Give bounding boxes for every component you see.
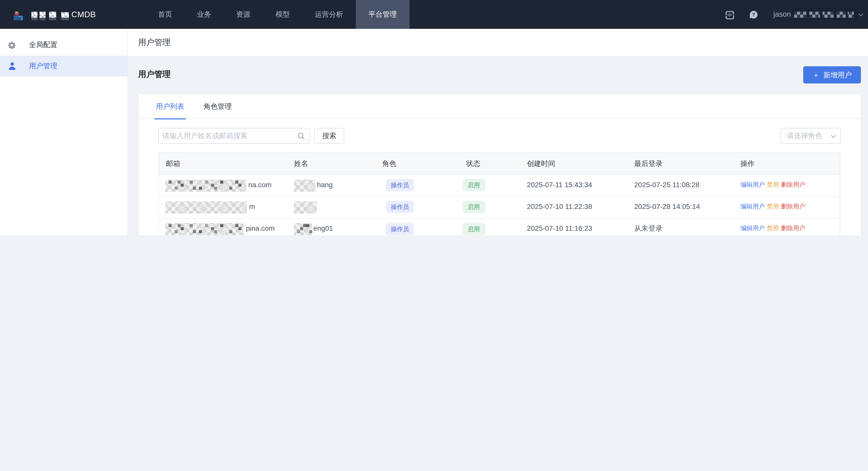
svg-text:?: ?	[752, 12, 755, 18]
svg-text:中: 中	[727, 12, 732, 18]
